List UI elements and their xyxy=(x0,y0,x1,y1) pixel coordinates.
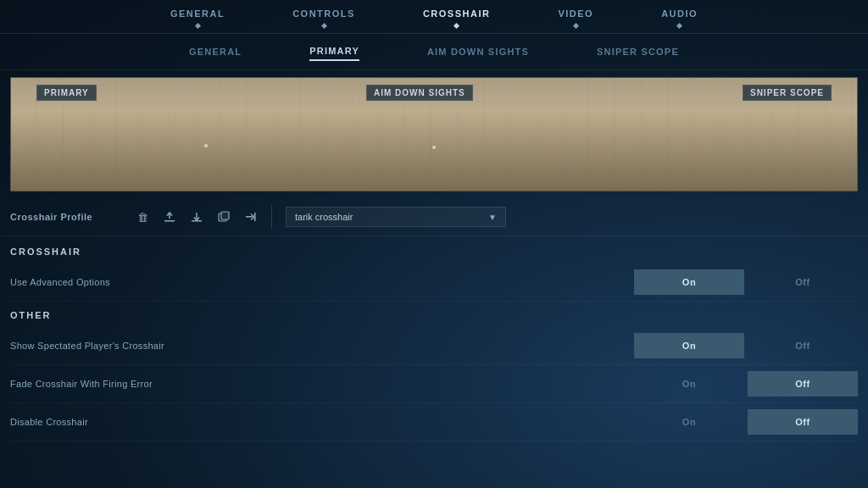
setting-disable-crosshair: Disable Crosshair On Off xyxy=(10,403,858,441)
import-profile-button[interactable] xyxy=(237,205,264,229)
setting-label-disable: Disable Crosshair xyxy=(10,417,634,427)
nav-dot-general xyxy=(194,23,200,29)
setting-label-spectated: Show Spectated Player's Crosshair xyxy=(10,341,634,351)
nav-item-controls[interactable]: CONTROLS xyxy=(292,8,355,33)
sub-navigation: GENERAL PRIMARY AIM DOWN SIGHTS SNIPER S… xyxy=(0,34,868,70)
setting-label-advanced: Use Advanced Options xyxy=(10,277,634,287)
crosshair-preview: PRIMARY AIM DOWN SIGHTS SNIPER SCOPE xyxy=(10,77,858,191)
crosshair-dot-ads xyxy=(432,146,436,149)
profile-icon-group: 🗑 xyxy=(129,205,272,229)
download-profile-button[interactable] xyxy=(183,205,210,229)
svg-rect-7 xyxy=(254,213,256,221)
toggle-advanced-on[interactable]: On xyxy=(634,269,744,295)
section-title-other: OTHER xyxy=(10,310,858,320)
toggle-group-disable: On Off xyxy=(634,409,858,435)
svg-rect-5 xyxy=(221,212,229,219)
preview-labels: PRIMARY AIM DOWN SIGHTS SNIPER SCOPE xyxy=(11,85,857,101)
svg-rect-3 xyxy=(196,213,198,219)
preview-label-sniper: SNIPER SCOPE xyxy=(743,85,832,101)
delete-profile-button[interactable]: 🗑 xyxy=(129,205,156,229)
nav-item-video[interactable]: VIDEO xyxy=(558,8,593,33)
toggle-group-fade: On Off xyxy=(634,371,858,396)
toggle-group-spectated: On Off xyxy=(634,333,858,358)
preview-label-primary: PRIMARY xyxy=(36,85,97,101)
svg-rect-6 xyxy=(246,216,253,218)
toggle-fade-on[interactable]: On xyxy=(634,371,744,396)
nav-dot-audio xyxy=(676,23,682,29)
setting-show-spectated: Show Spectated Player's Crosshair On Off xyxy=(10,327,858,365)
nav-dot-crosshair xyxy=(453,23,459,29)
nav-item-crosshair[interactable]: CROSSHAIR xyxy=(423,8,491,33)
svg-rect-0 xyxy=(164,220,175,222)
nav-dot-video xyxy=(573,23,579,29)
profile-dropdown[interactable]: tarik crosshair ▼ xyxy=(286,207,506,227)
subnav-sniper-scope[interactable]: SNIPER SCOPE xyxy=(597,43,679,60)
toggle-group-advanced: On Off xyxy=(634,269,858,295)
subnav-general[interactable]: GENERAL xyxy=(189,43,242,60)
toggle-disable-on[interactable]: On xyxy=(634,409,744,435)
preview-label-ads: AIM DOWN SIGHTS xyxy=(366,85,473,101)
upload-profile-button[interactable] xyxy=(156,205,183,229)
toggle-fade-off[interactable]: Off xyxy=(748,371,858,396)
nav-item-audio[interactable]: AUDIO xyxy=(661,8,698,33)
dropdown-arrow-icon: ▼ xyxy=(488,213,497,222)
nav-item-general[interactable]: GENERAL xyxy=(170,8,225,33)
profile-selected-value: tarik crosshair xyxy=(295,212,353,222)
top-navigation: GENERAL CONTROLS CROSSHAIR VIDEO AUDIO xyxy=(0,0,868,34)
copy-profile-button[interactable] xyxy=(210,205,237,229)
subnav-primary[interactable]: PRIMARY xyxy=(309,42,359,61)
toggle-advanced-off[interactable]: Off xyxy=(748,269,858,295)
setting-label-fade: Fade Crosshair With Firing Error xyxy=(10,379,634,389)
nav-dot-controls xyxy=(320,23,326,29)
toggle-spectated-on[interactable]: On xyxy=(634,333,744,358)
settings-area: CROSSHAIR Use Advanced Options On Off OT… xyxy=(0,236,868,488)
setting-use-advanced-options: Use Advanced Options On Off xyxy=(10,263,858,302)
subnav-aim-down-sights[interactable]: AIM DOWN SIGHTS xyxy=(427,43,529,60)
toggle-spectated-off[interactable]: Off xyxy=(748,333,858,358)
profile-label: Crosshair Profile xyxy=(10,212,129,222)
crosshair-dot-primary xyxy=(204,144,208,147)
setting-fade-crosshair: Fade Crosshair With Firing Error On Off xyxy=(10,365,858,403)
section-title-crosshair: CROSSHAIR xyxy=(10,247,858,257)
crosshair-profile-row: Crosshair Profile 🗑 xyxy=(0,198,868,236)
toggle-disable-off[interactable]: Off xyxy=(748,409,858,435)
